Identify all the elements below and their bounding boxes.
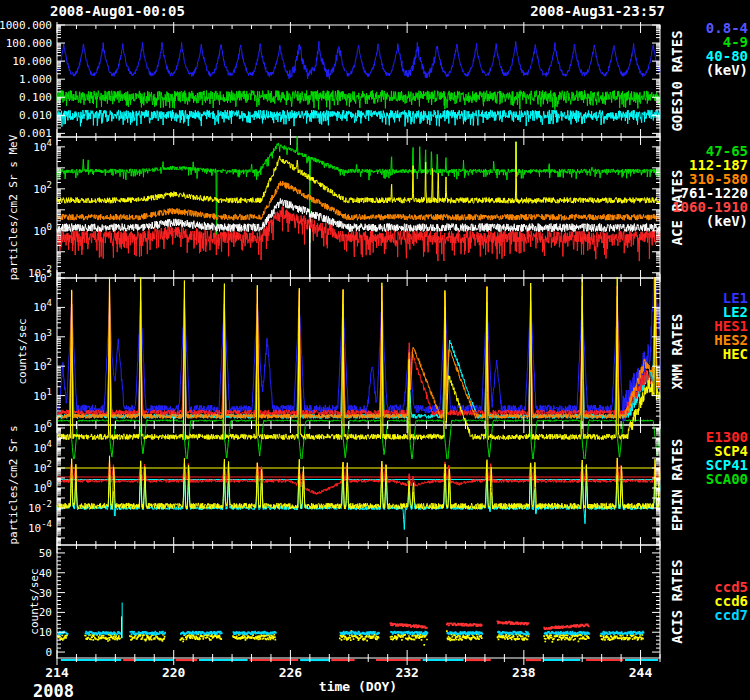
- series-E1300: [57, 461, 660, 495]
- ytick-label: 103: [33, 328, 52, 344]
- panel-ephin: [57, 456, 660, 530]
- ytick-label: 101: [33, 387, 52, 403]
- series-LE1: [57, 258, 660, 422]
- ytick-label: 105: [33, 269, 52, 285]
- panel-goes10: [57, 41, 660, 126]
- panel-title-xmm: XMM RATES: [669, 314, 685, 390]
- panel-xmm: [57, 250, 660, 464]
- ytick-label: 0: [45, 646, 52, 659]
- xtick-label: 232: [395, 665, 418, 680]
- panel-title-acis: ACIS RATES: [669, 559, 685, 643]
- series-0.8-4: [57, 41, 660, 79]
- series-SCP41: [57, 475, 660, 530]
- chart-canvas: 1000.000100.00010.0001.0000.1000.0100.00…: [0, 0, 750, 700]
- series-40-80: [57, 110, 660, 127]
- xtick-label: 220: [162, 665, 186, 680]
- ytick-label: 0.100: [19, 91, 52, 104]
- ytick-label: 10.000: [12, 55, 52, 68]
- xtick-label: 226: [279, 665, 303, 680]
- x-axis-label: time (DOY): [208, 679, 508, 694]
- panel-title-goes10: GOES10 RATES: [669, 30, 685, 131]
- series-HES2: [57, 263, 660, 419]
- series-SCP4: [57, 456, 660, 509]
- ytick-label: 1000.000: [0, 19, 52, 32]
- ytick-label: 102: [33, 459, 52, 475]
- ytick-label: 100: [33, 222, 52, 238]
- ytick-label: 1.000: [19, 73, 52, 86]
- y-axis-label: counts/sec: [28, 568, 41, 634]
- series-4-9: [57, 90, 660, 109]
- legend-SCA00: SCA00: [706, 471, 748, 487]
- xtick-label: 214: [45, 665, 69, 680]
- legend-keV: (keV): [706, 62, 748, 78]
- ytick-label: 104: [33, 298, 52, 314]
- series-LE2: [57, 307, 660, 419]
- legend-keV: (keV): [706, 213, 748, 229]
- ytick-label: 104: [33, 138, 52, 154]
- ytick-label: 100.000: [6, 37, 52, 50]
- ytick-label: 10-4: [28, 519, 52, 535]
- x-axis-year: 2008: [33, 681, 74, 700]
- panel-acis: [57, 602, 644, 644]
- ytick-label: 50: [39, 547, 52, 560]
- panel-ace: [57, 135, 660, 282]
- ytick-label: 100: [33, 479, 52, 495]
- ytick-label: 102: [33, 180, 52, 196]
- panel-frame-xmm: [57, 278, 660, 425]
- xtick-label: 244: [629, 665, 653, 680]
- y-axis-label: counts/sec: [16, 318, 29, 384]
- ytick-label: 104: [33, 439, 52, 455]
- panel-frame-ephin: [57, 425, 660, 545]
- ytick-label: 10-2: [28, 499, 52, 515]
- ytick-label: 102: [33, 357, 52, 373]
- radiation-monitor-plot: 2008-Aug01-00:05 2008-Aug31-23:57 1000.0…: [0, 0, 750, 700]
- series-HES1: [57, 268, 660, 418]
- panel-title-ephin: EPHIN RATES: [669, 439, 685, 532]
- series-bkg: [57, 420, 660, 465]
- panel-frame-ace: [57, 137, 660, 278]
- y-axis-label: particles/cm2 Sr s: [7, 425, 20, 544]
- xtick-label: 238: [512, 665, 536, 680]
- series-ccd5: [390, 621, 590, 629]
- ytick-label: 106: [33, 419, 52, 435]
- ytick-label: 0.010: [19, 109, 52, 122]
- legend-ccd7: ccd7: [714, 607, 748, 623]
- y-axis-label: particles/cm2 Sr s MeV: [7, 134, 20, 280]
- legend-HEC: HEC: [723, 346, 748, 362]
- series-ccd7: [58, 632, 645, 635]
